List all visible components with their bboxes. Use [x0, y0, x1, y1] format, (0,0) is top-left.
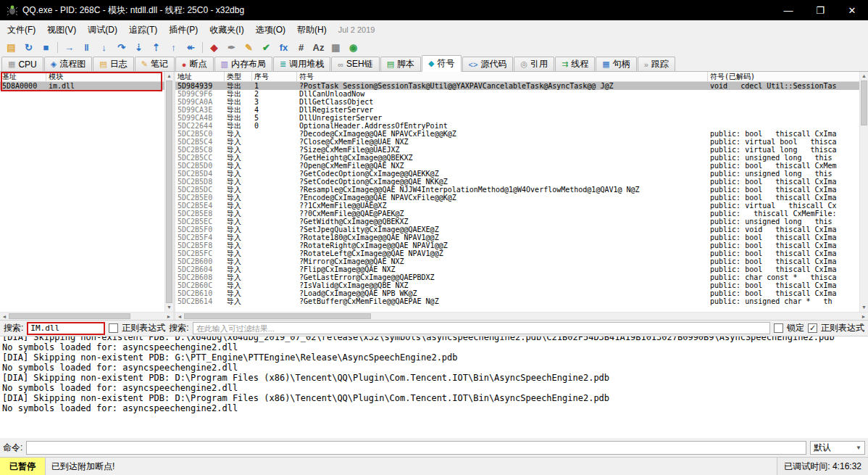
symbols-header-address[interactable]: 地址	[175, 72, 225, 81]
scrollbar-thumb[interactable]	[9, 313, 130, 319]
symbol-row[interactable]: 5DC2B5FC导入?RotateLeft@CxImage@@QAE_NPAV1…	[175, 249, 859, 257]
step-over-icon[interactable]: ↷	[113, 40, 130, 54]
open-file-icon[interactable]: ▤	[3, 40, 20, 54]
modules-vscrollbar[interactable]: ▲ ▼	[164, 72, 173, 312]
symbol-row[interactable]: 5D99CA4B导出5DllUnregisterServer	[175, 114, 859, 122]
modules-hscrollbar[interactable]: ◄ ►	[0, 312, 173, 320]
tab-memory-map[interactable]: ▥内存布局	[214, 57, 272, 71]
menu-view[interactable]: 视图(V)	[41, 21, 82, 39]
symbol-row[interactable]: 5DC22644导出0OptionalHeader.AddressOfEntry…	[175, 122, 859, 130]
close-debuggee-icon[interactable]: ■	[38, 40, 54, 54]
menu-plugins[interactable]: 插件(P)	[163, 21, 204, 39]
fx-icon[interactable]: fx	[275, 40, 292, 54]
tab-threads[interactable]: ⇉线程	[555, 57, 595, 71]
entropy-icon[interactable]: #	[293, 40, 309, 54]
symbol-row[interactable]: 5DC2B5F4导入?Rotate180@CxImage@@QAE_NPAV1@…	[175, 234, 859, 241]
tab-breakpoints[interactable]: ●断点	[175, 57, 214, 71]
tab-notes[interactable]: ✎笔记	[135, 57, 175, 71]
restart-icon[interactable]: ↻	[20, 40, 37, 54]
modules-header-base[interactable]: 基址	[0, 72, 46, 81]
symbols-header-type[interactable]: 类型	[225, 72, 252, 81]
lock-checkbox[interactable]	[774, 323, 783, 333]
symbol-row[interactable]: 5DC2B5C4导入?Close@CxMemFile@@UAE_NXZpubli…	[175, 138, 859, 146]
symbol-row[interactable]: 5DC2B608导入?GetLastError@CxImage@@QAEPBDX…	[175, 273, 859, 281]
scrollbar-thumb[interactable]	[861, 80, 867, 125]
trace-over-icon[interactable]: ⇡	[148, 40, 164, 54]
symbol-row[interactable]: 5DC2B610导入?Load@CxImage@@QAE_NPB_WK@Zpub…	[175, 289, 859, 297]
symbol-row[interactable]: 5D99CA0A导出3DllGetClassObject	[175, 98, 859, 106]
symbol-row[interactable]: 5D99CA3E导出4DllRegisterServer	[175, 106, 859, 114]
inject-icon[interactable]: ✒	[223, 40, 240, 54]
strings-icon[interactable]: Az	[310, 40, 327, 54]
module-search-input[interactable]	[27, 322, 105, 335]
tab-symbols[interactable]: ◆符号	[422, 55, 461, 72]
menu-trace[interactable]: 追踪(T)	[123, 21, 163, 39]
symbol-row[interactable]: 5DC2B60C导入?IsValid@CxImage@@QBE_NXZpubli…	[175, 281, 859, 289]
symbol-row[interactable]: 5DC2B5E4导入??1CxMemFile@@UAE@XZpublic: vi…	[175, 202, 859, 210]
symbol-row[interactable]: 5DC2B614导入?GetBuffer@CxMemFile@@QAEPAE_N…	[175, 297, 859, 305]
menu-help[interactable]: 帮助(H)	[291, 21, 333, 39]
symbol-row[interactable]: 5DC2B5F8导入?RotateRight@CxImage@@QAE_NPAV…	[175, 241, 859, 249]
symbols-vscrollbar[interactable]: ▲ ▼	[859, 72, 868, 312]
tab-handles[interactable]: ▦句柄	[596, 57, 636, 71]
symbol-row[interactable]: 5DC2B5D8导入?SetCodecOption@CxImage@@QAE_N…	[175, 178, 859, 186]
regex2-checkbox[interactable]: ✓	[808, 323, 817, 333]
scroll-right-icon[interactable]: ►	[164, 314, 173, 319]
menu-favourites[interactable]: 收藏夹(I)	[204, 21, 249, 39]
run-to-user-code-icon[interactable]: ↞	[183, 40, 199, 54]
scrollbar-thumb[interactable]	[166, 80, 172, 303]
scroll-up-icon[interactable]: ▲	[860, 72, 868, 80]
symbols-header-ordinal[interactable]: 序号	[252, 72, 297, 81]
symbol-row[interactable]: 5DC2B604导入?Flip@CxImage@@QAE_NXZpublic: …	[175, 265, 859, 273]
symbol-row[interactable]: 5DC2B5E0导入?Encode@CxImage@@QAE_NPAVCxFil…	[175, 194, 859, 202]
tab-graph[interactable]: ◈流程图	[44, 57, 92, 71]
scroll-up-icon[interactable]: ▲	[165, 72, 173, 80]
regex-checkbox[interactable]	[109, 323, 118, 333]
run-icon[interactable]: →	[61, 40, 78, 54]
tab-seh[interactable]: ∞SEH链	[331, 57, 380, 71]
execute-till-return-icon[interactable]: ↑	[165, 40, 182, 54]
maximize-button[interactable]: ❐	[804, 0, 836, 20]
tab-references[interactable]: ◎引用	[514, 57, 554, 71]
filter-input[interactable]	[193, 322, 770, 334]
scrollbar-thumb[interactable]	[184, 313, 371, 319]
tab-source[interactable]: <>源代码	[462, 57, 514, 71]
tab-call-stack[interactable]: ≣调用堆栈	[273, 57, 330, 71]
scroll-left-icon[interactable]: ◄	[175, 314, 184, 319]
memory-icon[interactable]: ▦	[327, 40, 344, 54]
symbol-row[interactable]: 5DC2B5EC导入?GetWidth@CxImage@@QBEKXZpubli…	[175, 218, 859, 226]
menu-debug[interactable]: 调试(D)	[82, 21, 123, 39]
symbol-row[interactable]: 5DC2B600导入?Mirror@CxImage@@QAE_NXZpublic…	[175, 257, 859, 265]
scroll-down-icon[interactable]: ▼	[860, 303, 868, 312]
tab-trace[interactable]: »跟踪	[638, 57, 675, 71]
command-profile-select[interactable]: 默认 ▼	[810, 441, 865, 455]
menu-options[interactable]: 选项(O)	[250, 21, 291, 39]
modules-header-module[interactable]: 模块	[46, 72, 164, 81]
tab-script[interactable]: ▤脚本	[380, 57, 421, 71]
preferences-icon[interactable]: ◉	[345, 40, 362, 54]
symbols-header-decoded[interactable]: 符号(已解码)	[708, 72, 859, 81]
step-into-icon[interactable]: ↓	[96, 40, 112, 54]
command-input[interactable]	[26, 441, 806, 455]
symbol-row[interactable]: 5DC2B5C8导入?Size@CxMemFile@@UAEJXZpublic:…	[175, 146, 859, 154]
symbol-row[interactable]: 5DC2B5D4导入?GetCodecOption@CxImage@@QAEKK…	[175, 170, 859, 178]
trace-into-icon[interactable]: ⇣	[130, 40, 147, 54]
scroll-down-icon[interactable]: ▼	[165, 303, 173, 312]
hide-debugger-icon[interactable]: ◆	[206, 40, 222, 54]
scroll-right-icon[interactable]: ►	[859, 314, 868, 319]
minimize-button[interactable]: —	[772, 0, 804, 20]
pause-icon[interactable]: ‖	[78, 40, 95, 54]
notes-icon[interactable]: ✎	[241, 40, 257, 54]
symbol-row[interactable]: 5D99C9F6导出2DllCanUnloadNow	[175, 90, 859, 98]
symbol-row[interactable]: 5DC2B5D0导入?Open@CxMemFile@@QAE_NXZpublic…	[175, 162, 859, 170]
symbol-row[interactable]: 5DC2B5E8导入??0CxMemFile@@QAE@PAEK@Zpublic…	[175, 210, 859, 218]
menu-file[interactable]: 文件(F)	[1, 21, 41, 39]
symbol-row[interactable]: 5DC2B5CC导入?GetHeight@CxImage@@QBEKXZpubl…	[175, 154, 859, 162]
symbols-header-symbol[interactable]: 符号	[297, 72, 708, 81]
symbol-row[interactable]: 5DC2B5DC导入?Resample@CxImage@@QAE_NJJW4In…	[175, 186, 859, 194]
close-button[interactable]: ✕	[836, 0, 868, 20]
patches-icon[interactable]: ✔	[258, 40, 275, 54]
symbols-hscrollbar[interactable]: ◄ ►	[175, 312, 868, 320]
symbol-row[interactable]: 5D984939导出1?PostTask_Session@SessionTask…	[175, 82, 859, 90]
symbol-row[interactable]: 5DC2B5C0导入?Decode@CxImage@@QAE_NPAVCxFil…	[175, 130, 859, 138]
